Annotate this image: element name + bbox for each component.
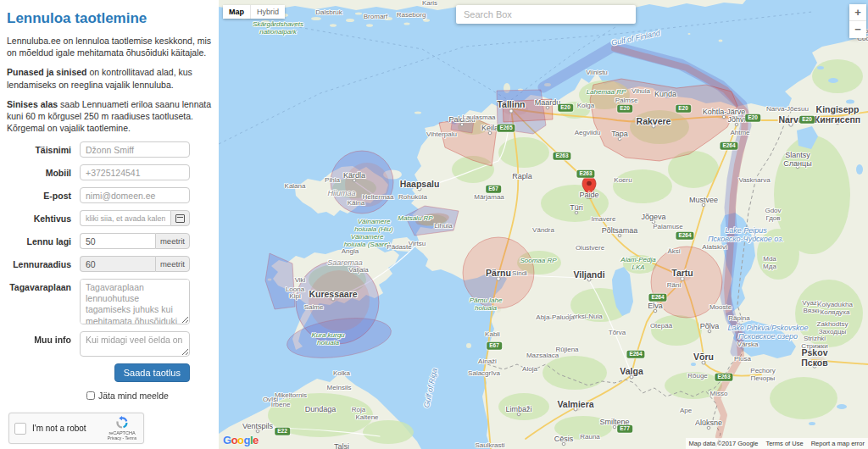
map-canvas[interactable] (219, 0, 868, 449)
remember-me[interactable]: Jäta mind meelde (86, 391, 212, 401)
mobile-label: Mobiil (7, 164, 80, 180)
remember-label: Jäta mind meelde (98, 391, 169, 401)
ceiling-label: Lennu lagi (7, 233, 80, 249)
otherinfo-textarea[interactable] (80, 331, 190, 357)
backup-textarea[interactable] (80, 279, 190, 324)
form-row: Kehtivus (7, 210, 212, 226)
calendar-icon (175, 214, 185, 223)
form-row: Lennu lagi meetrit (7, 233, 212, 249)
google-logo-letter: G (223, 434, 231, 446)
map-container[interactable]: DalsbrukBromarfRaseborgKarisSkärgårdshav… (219, 0, 868, 449)
sidebar: Lennuloa taotlemine Lennuluba.ee on lenn… (0, 0, 219, 449)
recaptcha-icon (115, 416, 129, 430)
zones-text-bold: Punased ja sinised (7, 67, 87, 77)
map-type-control: Map Hybrid (223, 5, 285, 19)
terms-of-use-link[interactable]: Terms of Use (765, 440, 803, 447)
google-logo-letter: o (237, 434, 243, 446)
recaptcha-privacy-terms[interactable]: Privacy - Terms (108, 435, 136, 441)
page-title: Lennuloa taotlemine (7, 10, 212, 27)
form-row: Mobiil (7, 164, 212, 180)
form-row: Muu info (7, 331, 212, 357)
email-label: E-post (7, 187, 80, 203)
recaptcha-widget: I'm not a robot reCAPTCHA Privacy - Term… (8, 413, 144, 444)
form-row: Lennuraadius meetrit (7, 256, 212, 272)
recaptcha-checkbox[interactable] (14, 423, 26, 435)
zoom-in-button[interactable]: + (849, 4, 866, 21)
app-root: Lennuloa taotlemine Lennuluba.ee on lenn… (0, 0, 868, 449)
recaptcha-label: I'm not a robot (32, 424, 106, 433)
mobile-input[interactable] (80, 164, 190, 180)
ceiling-input[interactable] (80, 233, 155, 249)
search-input[interactable] (456, 5, 636, 24)
google-logo[interactable]: Google (223, 434, 259, 446)
form-row: E-post (7, 187, 212, 203)
form-row: Täisnimi (7, 141, 212, 158)
fullname-input[interactable] (80, 141, 190, 158)
zoom-out-button[interactable]: − (849, 21, 866, 38)
otherinfo-label: Muu info (7, 331, 80, 357)
bluezone-text-bold: Sinises alas (7, 99, 58, 109)
map-data-attribution: Map data ©2017 Google (689, 440, 759, 447)
submit-button[interactable]: Saada taotlus (114, 363, 190, 382)
google-logo-letter: e (253, 434, 259, 446)
map-type-map-button[interactable]: Map (223, 5, 250, 19)
bluezone-text: Sinises alas saab Lennuameti eriloa saan… (7, 98, 212, 135)
google-logo-letter: o (231, 434, 237, 446)
validity-label: Kehtivus (7, 210, 80, 226)
calendar-button[interactable] (170, 210, 190, 226)
backup-label: Tagavaraplaan (7, 279, 80, 324)
radius-label: Lennuraadius (7, 256, 80, 272)
zones-text: Punased ja sinised on kontrollitavad ala… (7, 66, 212, 90)
validity-input[interactable] (80, 210, 170, 226)
report-map-error-link[interactable]: Report a map error (811, 440, 865, 447)
permit-form: Täisnimi Mobiil E-post Kehtivus Lennu la… (7, 141, 212, 401)
map-type-hybrid-button[interactable]: Hybrid (250, 5, 285, 19)
form-row: Saada taotlus (7, 363, 212, 382)
ceiling-unit: meetrit (155, 233, 190, 249)
map-attribution: Map data ©2017 Google Terms of Use Repor… (686, 438, 868, 449)
fullname-label: Täisnimi (7, 141, 80, 158)
remember-checkbox[interactable] (86, 391, 95, 400)
zoom-control: + − (849, 4, 866, 38)
radius-input (80, 256, 155, 272)
form-row: Tagavaraplaan (7, 279, 212, 324)
google-logo-letter: g (244, 434, 250, 446)
intro-text: Lennuluba.ee on lennuloa taotlemise kesk… (7, 35, 212, 58)
email-input[interactable] (80, 187, 190, 203)
radius-unit: meetrit (155, 256, 190, 272)
